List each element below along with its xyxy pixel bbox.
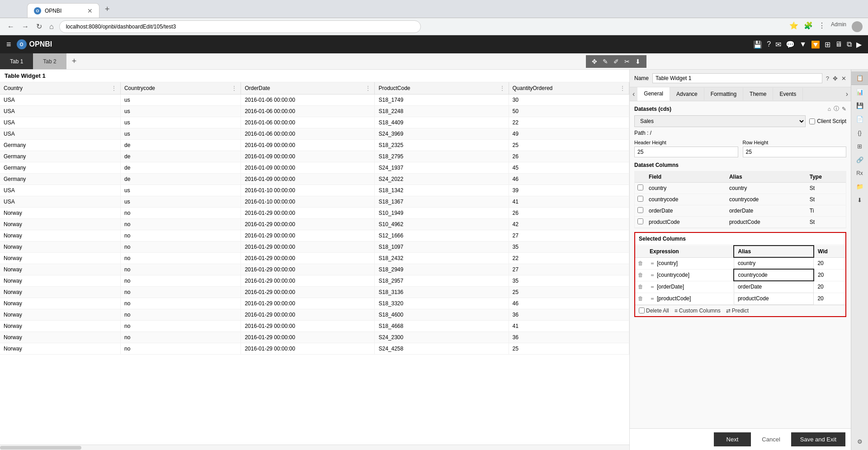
dataset-info-icon[interactable]: ⓘ	[834, 105, 839, 113]
dataset-select[interactable]: Sales	[634, 115, 806, 127]
new-tab-button[interactable]: +	[99, 3, 115, 16]
widget-edit-tool[interactable]: ✎	[600, 57, 610, 66]
col-menu-icon[interactable]: ⋮	[231, 85, 237, 91]
bookmark-icon[interactable]: ⭐	[789, 21, 798, 32]
table-area: Table Widget 1 Country ⋮	[0, 70, 629, 450]
save-exit-button[interactable]: Save and Exit	[791, 432, 845, 446]
address-bar[interactable]: localhost:8080/opnbi/dashboardEdit/105/t…	[59, 20, 421, 33]
toolbar-save-icon[interactable]: 💾	[753, 40, 762, 49]
row-height-input[interactable]	[743, 147, 847, 157]
tab-general[interactable]: General	[637, 87, 670, 101]
sidebar-rx-icon[interactable]: Rx	[851, 167, 868, 180]
header-height-input[interactable]	[634, 147, 738, 157]
toolbar-screen-icon[interactable]: 🖥	[835, 40, 842, 48]
sel-alias-header: Alias	[734, 246, 814, 257]
admin-label: Admin	[831, 21, 846, 32]
panel-tab-prev[interactable]: ‹	[630, 88, 637, 100]
custom-columns-button[interactable]: ≡ Custom Columns	[675, 308, 721, 314]
alias-input[interactable]	[738, 284, 774, 290]
delete-row-icon[interactable]: 🗑	[638, 272, 643, 278]
browser-chrome: O OPNBI ✕ +	[0, 0, 868, 18]
panel-content: Datasets (cds) ⌂ ⓘ ✎ Sales Client Script	[630, 101, 851, 428]
delete-all-checkbox[interactable]	[639, 308, 645, 313]
hamburger-menu-icon[interactable]: ≡	[6, 40, 11, 49]
client-script-checkbox[interactable]	[809, 118, 815, 124]
nav-refresh-button[interactable]: ↻	[34, 20, 44, 33]
tab-events[interactable]: Events	[773, 88, 803, 100]
panel-move-icon[interactable]: ✥	[833, 75, 838, 82]
panel-help-icon[interactable]: ?	[826, 75, 829, 82]
table-row: Norwayno2016-01-29 00:00:00S18_332046	[0, 298, 629, 309]
delete-row-icon[interactable]: 🗑	[638, 295, 643, 302]
toolbar-filter1-icon[interactable]: ▼	[799, 40, 807, 48]
dataset-col-checkbox[interactable]	[637, 207, 643, 213]
col-menu-icon[interactable]: ⋮	[620, 85, 625, 91]
delete-all-button[interactable]: Delete All	[646, 308, 669, 314]
col-menu-icon[interactable]: ⋮	[365, 85, 371, 91]
extension-icon[interactable]: 🧩	[804, 21, 813, 32]
nav-back-button[interactable]: ←	[5, 21, 16, 33]
col-menu-icon[interactable]: ⋮	[500, 85, 505, 91]
table-row: USAus2016-01-06 00:00:00S18_224850	[0, 106, 629, 117]
panel-tab-next[interactable]: ›	[843, 88, 851, 100]
col-header-country: Country ⋮	[0, 82, 120, 95]
dataset-col-checkbox[interactable]	[637, 196, 643, 202]
sel-expression-header: Expression	[646, 246, 734, 257]
sidebar-folder-icon[interactable]: 📁	[851, 180, 868, 193]
table-row: Germanyde2016-01-09 00:00:00S18_279526	[0, 151, 629, 162]
table-row: USAus2016-01-06 00:00:00S24_396949	[0, 128, 629, 140]
widget-title: Table Widget 1	[5, 72, 46, 79]
widget-move-tool[interactable]: ✥	[590, 57, 599, 66]
nav-home-button[interactable]: ⌂	[47, 21, 56, 33]
col-menu-icon[interactable]: ⋮	[111, 85, 117, 91]
dataset-col-checkbox[interactable]	[637, 218, 643, 224]
toolbar-chat-icon[interactable]: 💬	[786, 40, 795, 49]
action-buttons-row: Next Cancel Save and Exit	[630, 428, 851, 450]
nav-forward-button[interactable]: →	[20, 21, 31, 33]
browser-tab-active[interactable]: O OPNBI ✕	[27, 3, 99, 18]
panel-close-icon[interactable]: ✕	[841, 75, 846, 82]
sidebar-link-icon[interactable]: 🔗	[851, 153, 868, 166]
dataset-col-checkbox[interactable]	[637, 185, 643, 190]
add-tab-button[interactable]: +	[66, 55, 82, 68]
table-scrollbar[interactable]	[0, 445, 629, 450]
next-button[interactable]: Next	[714, 432, 751, 446]
toolbar-grid-icon[interactable]: ⊞	[825, 40, 830, 49]
sidebar-code-icon[interactable]: {}	[851, 126, 868, 139]
toolbar-help-icon[interactable]: ?	[767, 40, 771, 48]
tab-advance[interactable]: Advance	[670, 88, 704, 100]
table-row: Germanyde2016-01-09 00:00:00S24_193745	[0, 162, 629, 174]
alias-input[interactable]	[738, 272, 774, 278]
sidebar-chart-icon[interactable]: 📊	[851, 85, 868, 99]
predict-button[interactable]: ⇄ Predict	[726, 308, 749, 314]
widget-cut-tool[interactable]: ✂	[622, 57, 632, 66]
table-row: Norwayno2016-01-29 00:00:00S24_425825	[0, 343, 629, 355]
dataset-edit-icon[interactable]: ✎	[842, 105, 846, 113]
tab-1[interactable]: Tab 1	[0, 53, 33, 69]
alias-input[interactable]	[738, 260, 774, 266]
sidebar-table-icon[interactable]: ⊞	[851, 140, 868, 153]
sidebar-grid-icon[interactable]: ⚙	[851, 435, 868, 448]
dataset-home-icon[interactable]: ⌂	[828, 105, 831, 113]
toolbar-mail-icon[interactable]: ✉	[775, 40, 781, 49]
toolbar-play-icon[interactable]: ▶	[856, 40, 862, 49]
delete-row-icon[interactable]: 🗑	[638, 284, 643, 290]
sidebar-layers-icon[interactable]: ⬇	[851, 194, 868, 207]
cancel-button[interactable]: Cancel	[755, 432, 787, 446]
panel-name-input[interactable]	[652, 73, 822, 83]
user-avatar[interactable]	[852, 21, 863, 32]
delete-row-icon[interactable]: 🗑	[638, 260, 643, 266]
tab-theme[interactable]: Theme	[743, 88, 773, 100]
alias-input[interactable]	[738, 295, 774, 302]
tab-formatting[interactable]: Formatting	[704, 88, 743, 100]
widget-pencil-tool[interactable]: ✐	[611, 57, 621, 66]
widget-download-tool[interactable]: ⬇	[633, 57, 643, 66]
browser-menu-icon[interactable]: ⋮	[818, 21, 826, 32]
sidebar-save-icon[interactable]: 💾	[851, 99, 868, 112]
close-tab-icon[interactable]: ✕	[87, 7, 93, 14]
tab-2[interactable]: Tab 2	[33, 53, 66, 69]
toolbar-layers-icon[interactable]: ⧉	[847, 40, 852, 48]
sidebar-doc-icon[interactable]: 📄	[851, 113, 868, 126]
toolbar-filter2-icon[interactable]: 🔽	[811, 40, 820, 49]
sidebar-panel-icon[interactable]: 📋	[851, 71, 868, 85]
